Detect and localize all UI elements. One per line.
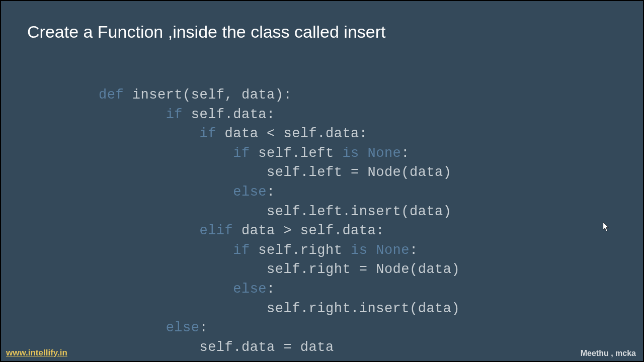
keyword-else: else xyxy=(166,320,200,335)
code-text: self.right = Node(data) xyxy=(267,262,460,277)
code-text: self.left xyxy=(250,146,343,161)
keyword-elif: elif xyxy=(199,223,233,238)
code-text xyxy=(359,146,368,161)
keyword-if: if xyxy=(233,243,250,258)
code-text: self.left = Node(data) xyxy=(267,165,451,180)
keyword-if: if xyxy=(199,126,216,141)
keyword-none: None xyxy=(376,243,410,258)
code-text xyxy=(368,243,376,258)
keyword-def: def xyxy=(99,87,124,103)
code-text: : xyxy=(267,282,275,297)
code-text: self.right.insert(data) xyxy=(267,301,460,316)
keyword-else: else xyxy=(233,282,267,297)
code-text: : xyxy=(267,185,275,200)
keyword-if: if xyxy=(166,107,183,122)
code-text: self.data = data xyxy=(199,340,334,355)
keyword-if: if xyxy=(233,146,250,161)
code-text: self.data: xyxy=(183,107,275,122)
mouse-cursor-icon xyxy=(603,222,610,232)
author-label: Meethu , mcka xyxy=(581,349,636,358)
code-text: self.right xyxy=(250,243,351,258)
code-text: self.left.insert(data) xyxy=(267,204,451,219)
keyword-none: None xyxy=(368,146,401,161)
footer-link[interactable]: www.intellify.in xyxy=(6,348,67,358)
code-text: data > self.data: xyxy=(233,223,384,238)
slide-title: Create a Function ,inside the class call… xyxy=(27,22,385,42)
keyword-is: is xyxy=(351,243,367,258)
keyword-is: is xyxy=(342,146,359,161)
code-text: data < self.data: xyxy=(216,126,368,141)
code-block: def insert(self, data): if self.data: if… xyxy=(99,85,460,357)
code-text: : xyxy=(410,243,418,258)
code-text: : xyxy=(199,320,208,335)
code-text: insert(self, data): xyxy=(124,87,292,103)
code-text: : xyxy=(401,146,410,161)
keyword-else: else xyxy=(233,185,267,200)
